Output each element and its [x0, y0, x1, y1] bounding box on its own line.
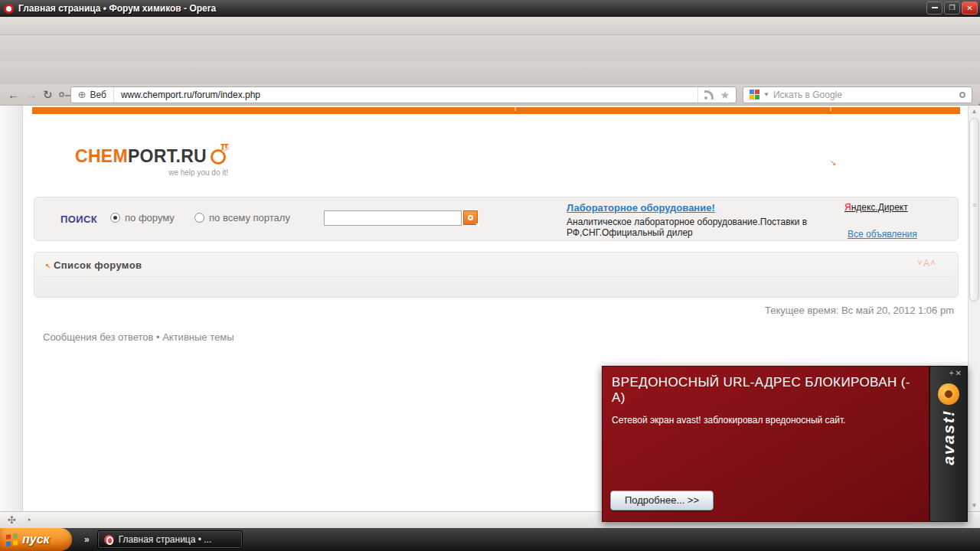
opera-icon [104, 535, 114, 545]
start-button[interactable]: пуск [0, 528, 72, 551]
avast-popup-sidebar: +✕ avast! [929, 366, 968, 522]
avast-brand: avast! [939, 409, 958, 465]
rss-icon[interactable] [704, 90, 714, 99]
tab-bar [0, 61, 980, 84]
chevron-down-icon[interactable]: ▼ [763, 91, 769, 98]
avast-logo-icon [938, 383, 959, 405]
scroll-down-icon[interactable]: ▼ [969, 502, 980, 509]
avast-popup-body: ВРЕДОНОСНЫЙ URL-АДРЕС БЛОКИРОВАН (-А) Се… [602, 366, 929, 522]
url-field[interactable]: ⊕ Веб www.chemport.ru/forum/index.php ★ [70, 86, 737, 103]
all-ads-link[interactable]: Все объявления [848, 229, 917, 240]
radio-checked-icon[interactable] [110, 213, 120, 223]
site-top-bar [32, 107, 960, 114]
web-badge-label: Веб [90, 90, 106, 100]
divider [41, 276, 952, 277]
maximize-button[interactable]: ❐ [944, 2, 960, 15]
main-toolbar [0, 35, 980, 61]
windows-taskbar: пуск » Главная страница • ... [0, 528, 980, 551]
yandex-direct-link[interactable]: Яндекс.Директ [844, 202, 908, 213]
address-bar: ← → ↻ ⊕ Веб www.chemport.ru/forum/index.… [0, 84, 980, 106]
forum-list-title[interactable]: ↖Список форумов [45, 259, 142, 271]
logo-text: CHEMPORT.RU [75, 146, 228, 167]
ad-text: Аналитическое лабораторное оборудование.… [567, 217, 819, 238]
start-label: пуск [22, 533, 50, 546]
forum-search-input[interactable] [324, 210, 462, 226]
google-search-field[interactable]: ▼ Искать в Google [743, 86, 972, 103]
quick-launch-overflow-icon[interactable]: » [84, 534, 90, 545]
avast-message: Сетевой экран avast! заблокировал вредон… [612, 415, 920, 425]
logo-chem: CHEM [75, 146, 128, 166]
flask-icon [211, 149, 226, 165]
link-arrow-icon: ↖ [45, 262, 51, 270]
avast-details-button[interactable]: Подробнее... >> [610, 491, 714, 510]
avast-title: ВРЕДОНОСНЫЙ URL-АДРЕС БЛОКИРОВАН (-А) [612, 375, 920, 406]
windows-logo-icon [6, 533, 18, 546]
key-icon[interactable] [59, 92, 64, 97]
url-field-icons: ★ [697, 87, 736, 103]
taskbar-item-opera[interactable]: Главная страница • ... [97, 530, 243, 549]
current-time: Текущее время: Вс май 20, 2012 1:06 pm [32, 305, 954, 316]
radio-search-forum[interactable]: по форуму [110, 212, 175, 223]
chemport-site: CHEMPORT.RU we help you do it! ↘ ПОИСК п… [23, 106, 968, 343]
web-badge: ⊕ Веб [71, 87, 114, 103]
avast-popup: ВРЕДОНОСНЫЙ URL-АДРЕС БЛОКИРОВАН (-А) Се… [602, 366, 968, 522]
opera-icon [4, 4, 14, 14]
search-label: ПОИСК [60, 214, 97, 225]
opera-side-panel [0, 106, 23, 511]
screen: Главная страница • Форум химиков - Opera… [0, 0, 980, 551]
page-scrollbar[interactable]: ▲ ≡ ▼ [968, 106, 980, 511]
radio-search-portal[interactable]: по всему порталу [194, 212, 290, 223]
search-icon[interactable] [959, 92, 965, 98]
site-header: CHEMPORT.RU we help you do it! ↘ [32, 114, 960, 194]
minimize-button[interactable] [926, 2, 942, 15]
chemport-logo[interactable]: CHEMPORT.RU we help you do it! [75, 146, 228, 177]
minimize-icon [932, 7, 938, 8]
window-title: Главная страница • Форум химиков - Opera [18, 3, 216, 14]
radio-portal-label: по всему порталу [209, 212, 290, 223]
back-button[interactable]: ← [8, 89, 19, 100]
forward-button[interactable]: → [25, 89, 37, 100]
globe-icon: ⊕ [78, 89, 87, 100]
url-text[interactable]: www.chemport.ru/forum/index.php [114, 90, 698, 100]
font-size-controls[interactable]: ˅A˄ [917, 258, 936, 269]
logo-tagline: we help you do it! [75, 168, 228, 177]
menu-bar [0, 17, 980, 35]
close-button[interactable]: ✕ [962, 2, 978, 15]
reload-button[interactable]: ↻ [43, 89, 53, 100]
logo-port: PORT.RU [128, 146, 207, 166]
radio-unchecked-icon[interactable] [194, 213, 204, 223]
scrollbar-thumb[interactable]: ≡ [969, 118, 979, 302]
ad-link[interactable]: Лабораторное оборудование! [567, 202, 715, 214]
scrollbar-grip-icon: ≡ [970, 201, 978, 209]
taskbar-item-label: Главная страница • ... [119, 534, 212, 545]
forum-header-box: ↖Список форумов ˅A˄ [34, 252, 959, 298]
search-icon [468, 215, 473, 220]
forum-subnav-links[interactable]: Сообщения без ответов • Активные темы [43, 331, 960, 343]
forum-search-button[interactable] [463, 210, 478, 225]
popup-pin-close-icons[interactable]: +✕ [949, 369, 967, 377]
window-titlebar[interactable]: Главная страница • Форум химиков - Opera… [0, 0, 980, 17]
bookmark-star-icon[interactable]: ★ [720, 89, 730, 101]
google-icon [750, 90, 760, 99]
scroll-up-icon[interactable]: ▲ [969, 108, 980, 115]
unite-icon[interactable]: ✣ [8, 514, 16, 526]
link-arrow-icon: ↘ [830, 158, 836, 167]
forum-search-panel: ПОИСК по форуму по всему порталу Лаборат… [34, 197, 959, 241]
forum-list-title-text: Список форумов [54, 259, 142, 271]
window-controls: ❐ ✕ [926, 2, 978, 15]
turbo-icon[interactable]: ◔ [25, 514, 31, 526]
radio-forum-label: по форуму [125, 212, 175, 223]
search-placeholder[interactable]: Искать в Google [773, 90, 956, 100]
